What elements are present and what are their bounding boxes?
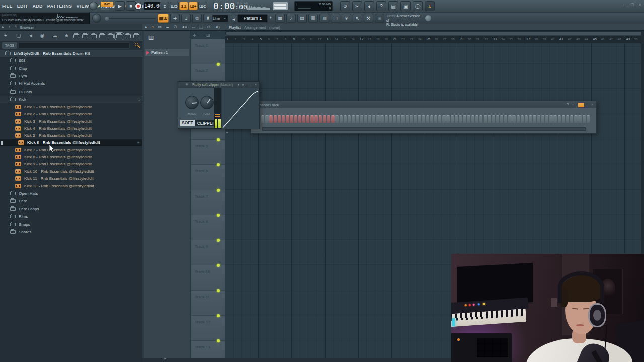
channel-display-filter-icon[interactable] xyxy=(578,103,584,107)
tree-sample-kick-4[interactable]: Kick 4 - Rnb Essentials @lifestyledidit xyxy=(0,125,142,132)
track-header-1[interactable]: Track 1 xyxy=(191,39,225,64)
typing-keyboard-icon[interactable]: ♜ xyxy=(203,14,213,23)
tree-sample-kick-9[interactable]: Kick 9 - Rnb Essentials @lifestyledidit xyxy=(0,161,142,168)
step-11[interactable] xyxy=(302,115,305,123)
step-40[interactable] xyxy=(422,115,425,123)
tree-folder-cym[interactable]: Cym xyxy=(0,72,142,80)
toggle-browser-icon[interactable]: ▥ xyxy=(319,14,329,23)
step-47[interactable] xyxy=(451,115,454,123)
tree-folder-808[interactable]: 808 xyxy=(0,57,142,64)
step-49[interactable] xyxy=(459,115,462,123)
graph-editor-icon[interactable]: ⌐ xyxy=(573,102,575,107)
browser-nav-icons[interactable]: ▸ ↑ ↰ xyxy=(2,25,19,29)
metronome-icon[interactable]: ШϿ xyxy=(170,2,179,10)
step-73[interactable] xyxy=(558,115,561,123)
step-6[interactable] xyxy=(282,115,285,123)
loop-record-icon[interactable]: 3.2 xyxy=(179,2,188,10)
step-1[interactable] xyxy=(261,115,264,123)
toggle-channel-rack-icon[interactable]: ▤ xyxy=(297,14,307,23)
folder-tab-1[interactable] xyxy=(73,34,79,38)
tree-sample-kick-11[interactable]: Kick 11 - Rnb Essentials @lifestyledidit xyxy=(0,175,142,182)
step-62[interactable] xyxy=(512,115,515,123)
select-tool-icon[interactable]: ⬚ xyxy=(199,25,203,30)
menu-add[interactable]: ADD xyxy=(32,4,42,9)
threshold-knob[interactable] xyxy=(185,96,199,109)
snap-selector[interactable]: Line xyxy=(210,15,228,22)
tree-folder-perc[interactable]: Perc xyxy=(0,197,142,205)
post-gain-knob[interactable] xyxy=(200,96,214,109)
tree-sample-kick-5[interactable]: Kick 5 - Rnb Essentials @lifestyledidit xyxy=(0,132,142,139)
step-66[interactable] xyxy=(529,115,532,123)
tree-folder-open-hats[interactable]: Open Hats xyxy=(0,190,142,197)
search-input[interactable] xyxy=(18,42,130,49)
plugin-gear-icon[interactable]: ✳ xyxy=(185,82,189,87)
step-48[interactable] xyxy=(455,115,458,123)
step-17[interactable] xyxy=(327,115,330,123)
slide-tool-icon[interactable]: ↔ xyxy=(191,25,195,30)
step-68[interactable] xyxy=(537,115,540,123)
playlist-overview-widget[interactable] xyxy=(273,2,288,10)
help-icon[interactable]: ? xyxy=(376,1,386,11)
tree-sample-kick-3[interactable]: Kick 3 - Rnb Essentials @lifestyledidit xyxy=(0,118,142,125)
step-61[interactable] xyxy=(508,115,511,123)
menu-view[interactable]: VIEW xyxy=(76,4,89,9)
countdown-icon[interactable]: Ш+ xyxy=(189,2,198,10)
step-34[interactable] xyxy=(397,115,400,123)
tree-folder-snaps[interactable]: Snaps xyxy=(0,220,142,228)
track-header-11[interactable]: Track 11 xyxy=(191,291,225,316)
folder-tab-6[interactable] xyxy=(116,34,122,38)
tree-sample-kick-7[interactable]: Kick 7 - Rnb Essentials @lifestyledidit xyxy=(0,146,142,153)
step-23[interactable] xyxy=(352,115,355,123)
pattern-add-button[interactable]: + xyxy=(269,15,272,20)
folder-tab-3[interactable] xyxy=(91,34,97,38)
step-50[interactable] xyxy=(463,115,466,123)
plugin-preset-arrows[interactable]: ◂ ▸ xyxy=(237,83,245,87)
step-37[interactable] xyxy=(410,115,413,123)
close-icon[interactable]: × xyxy=(639,2,641,7)
toggle-piano-roll-icon[interactable]: ♪ xyxy=(286,14,296,23)
step-64[interactable] xyxy=(521,115,524,123)
track-trigger-dot[interactable] xyxy=(217,339,220,342)
undo-icon[interactable]: ↺ xyxy=(340,1,350,11)
step-20[interactable] xyxy=(340,115,343,123)
add-icon[interactable]: + xyxy=(4,33,7,38)
track-trigger-dot[interactable] xyxy=(217,214,220,217)
tree-root-drumkit[interactable]: LifeStyleDidIt - Rnb Essentials Drum Kit xyxy=(0,50,142,57)
zoom-tool-icon[interactable]: ⊙ xyxy=(207,25,211,30)
step-63[interactable] xyxy=(517,115,520,123)
track-header-9[interactable]: Track 9 xyxy=(191,240,225,265)
step-54[interactable] xyxy=(479,115,482,123)
step-28[interactable] xyxy=(372,115,375,123)
next-arrow-icon[interactable]: ➜ xyxy=(170,14,180,23)
tree-sample-kick-2[interactable]: Kick 2 - Rnb Essentials @lifestyledidit xyxy=(0,111,142,118)
step-30[interactable] xyxy=(380,115,383,123)
step-60[interactable] xyxy=(504,115,507,123)
track-header-10[interactable]: Track 10 xyxy=(191,265,225,291)
track-header-12[interactable]: Track 12 xyxy=(191,316,225,341)
pattern-prev-button[interactable]: ◂ xyxy=(231,15,236,22)
track-trigger-dot[interactable] xyxy=(217,314,220,317)
step-42[interactable] xyxy=(430,115,433,123)
search-icon[interactable] xyxy=(134,42,140,49)
info-icon[interactable]: ⓘ xyxy=(413,1,423,11)
piano-icon[interactable]: Ш xyxy=(148,35,154,41)
step-72[interactable] xyxy=(553,115,556,123)
step-44[interactable] xyxy=(438,115,441,123)
toggle-project-picker-icon[interactable]: ▢ xyxy=(331,14,340,23)
playback-tool-icon[interactable]: ◄) xyxy=(214,25,220,30)
channel-rack-titlebar[interactable]: Channel rack ↰⌐ × xyxy=(251,101,596,108)
track-trigger-dot[interactable] xyxy=(217,289,220,292)
minimize-icon[interactable]: – xyxy=(623,2,626,7)
record-button[interactable] xyxy=(135,3,142,10)
step-9[interactable] xyxy=(294,115,297,123)
step-39[interactable] xyxy=(418,115,421,123)
folder-tab-4[interactable] xyxy=(99,34,105,38)
folder-tab-7[interactable] xyxy=(125,34,131,38)
magnet-icon[interactable]: ∩ xyxy=(151,25,154,30)
cloud-icon[interactable]: ☁ xyxy=(52,33,57,38)
step-16[interactable] xyxy=(323,115,326,123)
step-77[interactable] xyxy=(574,115,577,123)
tags-label[interactable]: TAGS xyxy=(2,42,17,49)
step-69[interactable] xyxy=(541,115,544,123)
step-32[interactable] xyxy=(389,115,392,123)
